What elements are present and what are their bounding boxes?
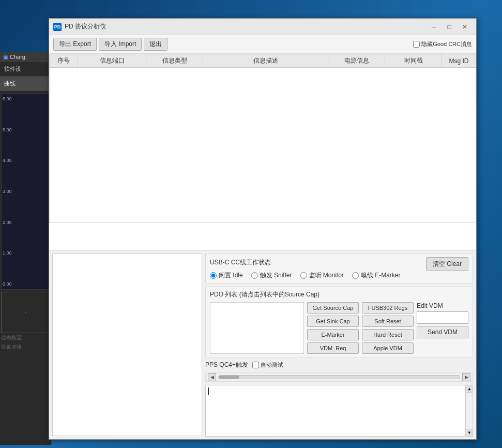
window-title: PD 协议分析仪: [65, 22, 427, 31]
left-panel-title: Charg: [10, 54, 25, 60]
cc-radio-group: 闲置 Idle 触发 Sniffer 监听 Monitor 嗅线 E-Marke…: [210, 271, 468, 280]
vdm-req-button[interactable]: VDM_Req: [307, 342, 359, 354]
radio-monitor-input[interactable]: [300, 272, 307, 279]
hide-good-crc-checkbox-label[interactable]: 隐藏Good CRC消息: [413, 40, 472, 48]
pps-label: PPS QC4+触发: [205, 361, 248, 369]
scroll-right-button[interactable]: ▶: [462, 373, 470, 381]
exit-button[interactable]: 退出: [144, 38, 168, 51]
tab-software-settings[interactable]: 软件设: [0, 62, 51, 77]
col-power: 电源信息: [328, 54, 385, 68]
table-header-row: 序号 信息端口 信息类型 信息描述 电源信息 时间截 Msg ID: [50, 54, 476, 68]
chart-y-labels: 6.00 5.00 4.00 3.00 2.00 1.00 0.00: [2, 94, 17, 289]
hard-reset-button[interactable]: Hard Reset: [362, 329, 414, 340]
radio-idle-input[interactable]: [210, 272, 217, 279]
toolbar-right: 隐藏Good CRC消息: [413, 40, 472, 48]
radio-idle[interactable]: 闲置 Idle: [210, 271, 243, 280]
vdm-input[interactable]: [417, 311, 468, 324]
hide-good-crc-label: 隐藏Good CRC消息: [421, 40, 472, 48]
scroll-left-button[interactable]: ◀: [208, 373, 216, 381]
radio-sniffer-input[interactable]: [251, 272, 258, 279]
pdo-buttons-left: Get Source Cap Get Sink Cap E-Marker VDM…: [307, 302, 359, 354]
radio-idle-label: 闲置 Idle: [219, 271, 243, 280]
radio-emarker[interactable]: 嗅线 E-Marker: [352, 271, 401, 280]
cc-status-row: USB-C CC线工作状态 清空 Clear: [210, 257, 468, 271]
scroll-track[interactable]: [218, 375, 460, 379]
data-table: 序号 信息端口 信息类型 信息描述 电源信息 时间截 Msg ID: [49, 54, 476, 223]
radio-monitor[interactable]: 监听 Monitor: [300, 271, 344, 280]
chart-area: 6.00 5.00 4.00 3.00 2.00 1.00 0.00: [1, 93, 50, 290]
app-icon: PD: [53, 23, 62, 31]
device-label: 设备连接: [1, 342, 50, 352]
col-msgid: Msg ID: [442, 54, 476, 68]
title-bar: PD PD 协议分析仪 ─ □ ✕: [49, 19, 476, 35]
auto-test-checkbox[interactable]: [252, 362, 259, 368]
log-cursor: [208, 387, 209, 395]
radio-monitor-label: 监听 Monitor: [309, 271, 344, 280]
table-body: [50, 68, 476, 223]
hide-good-crc-checkbox[interactable]: [413, 41, 420, 48]
vdm-title: Edit VDM: [417, 302, 468, 309]
cc-status-title: USB-C CC线工作状态: [210, 258, 271, 267]
log-scroll-up[interactable]: ▲: [466, 385, 473, 393]
pdo-section: PDO 列表 (请点击列表中的Source Cap) Get Source Ca…: [205, 287, 473, 357]
tab-curve[interactable]: 曲线: [0, 77, 51, 91]
log-scrollbar: ▲ ▼: [465, 385, 473, 436]
col-time: 时间截: [385, 54, 442, 68]
instrument-label: 仪表核温: [1, 333, 50, 342]
radio-sniffer[interactable]: 触发 Sniffer: [251, 271, 292, 280]
col-desc: 信息描述: [203, 54, 328, 68]
scrollbar-area: ◀ ▶: [205, 372, 473, 382]
log-scroll-down[interactable]: ▼: [466, 429, 473, 436]
send-vdm-button[interactable]: Send VDM: [417, 326, 468, 338]
mini-preview: ▪: [1, 292, 50, 333]
clear-button[interactable]: 清空 Clear: [426, 257, 468, 271]
data-table-container: 序号 信息端口 信息类型 信息描述 电源信息 时间截 Msg ID: [49, 54, 476, 250]
window-controls: ─ □ ✕: [427, 22, 472, 32]
fusb302-regs-button[interactable]: FUSB302 Regs: [362, 302, 414, 313]
scroll-thumb[interactable]: [219, 376, 239, 379]
get-source-cap-button[interactable]: Get Source Cap: [307, 302, 359, 313]
preview-area: [52, 253, 202, 436]
import-button[interactable]: 导入 Import: [99, 38, 142, 51]
pdo-buttons-right: FUSB302 Regs Soft Reset Hard Reset Apple…: [362, 302, 414, 354]
minimize-button[interactable]: ─: [427, 22, 441, 32]
log-area[interactable]: ▲ ▼: [205, 385, 473, 437]
e-marker-button[interactable]: E-Marker: [307, 329, 359, 340]
col-port: 信息端口: [78, 54, 146, 68]
toolbar: 导出 Export 导入 Import 退出 隐藏Good CRC消息: [49, 35, 476, 54]
close-button[interactable]: ✕: [458, 22, 472, 32]
left-panel-header: ▣ Charg: [0, 52, 51, 62]
get-sink-cap-button[interactable]: Get Sink Cap: [307, 316, 359, 327]
left-panel-tabs: 软件设 曲线: [0, 62, 51, 91]
auto-test-label[interactable]: 自动测试: [252, 361, 283, 369]
pdo-content: Get Source Cap Get Sink Cap E-Marker VDM…: [210, 302, 468, 354]
mini-chart-area: ▪ 仪表核温 设备连接: [1, 292, 50, 352]
waveform-preview: [52, 253, 202, 436]
vdm-section: Edit VDM Send VDM: [417, 302, 468, 354]
main-window: PD PD 协议分析仪 ─ □ ✕ 导出 Export 导入 Import 退出…: [49, 18, 477, 440]
apple-vdm-button[interactable]: Apple VDM: [362, 342, 414, 354]
left-panel: ▣ Charg 软件设 曲线 6.00 5.00 4.00 3.00 2.00 …: [0, 52, 52, 445]
cc-status-section: USB-C CC线工作状态 清空 Clear 闲置 Idle 触发 Sniffe…: [205, 253, 473, 283]
pdo-list[interactable]: [210, 302, 304, 354]
bottom-section: USB-C CC线工作状态 清空 Clear 闲置 Idle 触发 Sniffe…: [49, 250, 476, 439]
col-seq: 序号: [50, 54, 78, 68]
left-panel-icon: ▣: [3, 54, 8, 60]
radio-emarker-label: 嗅线 E-Marker: [361, 271, 401, 280]
control-area: USB-C CC线工作状态 清空 Clear 闲置 Idle 触发 Sniffe…: [205, 253, 473, 436]
maximize-button[interactable]: □: [442, 22, 457, 32]
pps-section: PPS QC4+触发 自动测试: [205, 361, 473, 369]
pdo-title: PDO 列表 (请点击列表中的Source Cap): [210, 290, 468, 299]
export-button[interactable]: 导出 Export: [53, 38, 97, 51]
radio-emarker-input[interactable]: [352, 272, 359, 279]
table-row: [50, 68, 476, 223]
soft-reset-button[interactable]: Soft Reset: [362, 316, 414, 327]
col-type: 信息类型: [146, 54, 203, 68]
auto-test-text: 自动测试: [261, 361, 283, 369]
radio-sniffer-label: 触发 Sniffer: [260, 271, 292, 280]
